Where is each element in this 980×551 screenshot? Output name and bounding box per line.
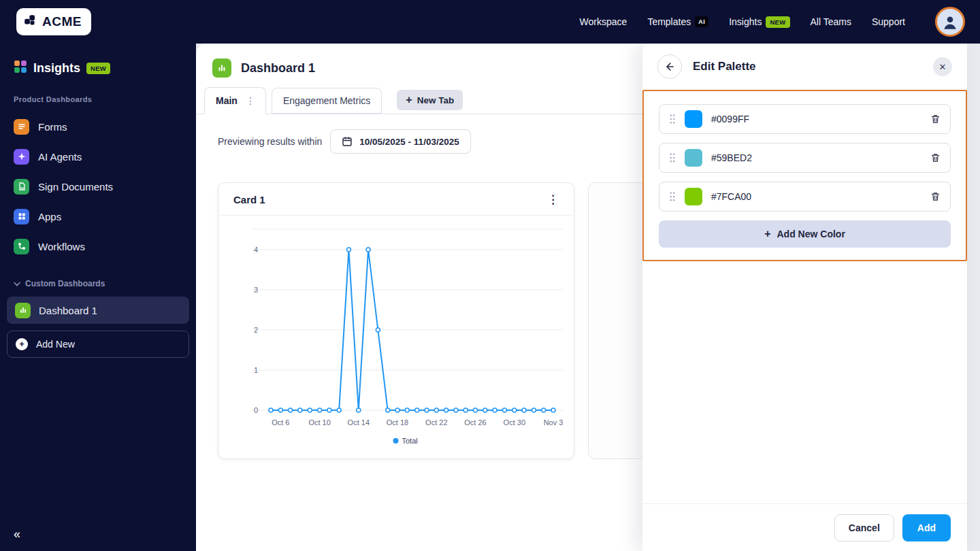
dashboard-icon [15,303,31,318]
chart-area: 01234Oct 6Oct 10Oct 14Oct 18Oct 22Oct 26… [218,216,574,458]
person-icon [941,13,959,31]
sidebar-item-label: Forms [38,121,67,133]
palette-color-row: #59BED2 [659,143,951,173]
svg-text:0: 0 [254,406,258,414]
svg-text:Oct 30: Oct 30 [504,418,525,427]
dashboard-icon [212,59,231,78]
svg-text:2: 2 [254,326,258,334]
new-tab-button[interactable]: + New Tab [397,90,463,110]
trash-icon[interactable] [930,114,941,124]
svg-text:Oct 18: Oct 18 [387,418,408,427]
plus-icon: + [406,94,412,106]
drag-handle-icon[interactable] [669,152,676,163]
trash-icon[interactable] [930,152,941,163]
kebab-menu-icon[interactable]: ⋮ [544,193,561,207]
svg-text:Oct 10: Oct 10 [308,418,330,427]
nav-all-teams[interactable]: All Teams [811,16,851,27]
sidebar-item-label: Dashboard 1 [39,305,97,316]
acme-logo[interactable]: ACME [16,8,91,35]
date-range-value: 10/05/2025 - 11/03/2025 [359,137,459,147]
sidebar-brand: Insights NEW [0,60,196,76]
nav-label: Workspace [580,16,627,27]
svg-text:4: 4 [254,246,258,254]
brand-label: Insights [33,61,80,76]
nav-label: Insights [729,16,762,27]
svg-text:Oct 6: Oct 6 [272,418,289,427]
sidebar-item-workflows[interactable]: Workflows [0,231,196,261]
color-swatch[interactable] [685,188,702,205]
nav-insights[interactable]: Insights NEW [729,16,789,28]
workflows-icon [14,239,29,254]
color-swatch[interactable] [685,110,702,128]
add-new-color-button[interactable]: + Add New Color [659,220,951,248]
nav-label: Templates [647,16,691,27]
sidebar: Insights NEW Product Dashboards Forms AI… [0,44,196,551]
drag-handle-icon[interactable] [669,191,676,202]
insights-brand-icon [14,60,27,76]
sidebar-item-dashboard-1[interactable]: Dashboard 1 [7,297,189,324]
add-button[interactable]: Add [902,514,951,541]
logo-text: ACME [42,14,82,29]
svg-text:Nov 3: Nov 3 [544,418,564,427]
drag-handle-icon[interactable]: ⋮ [246,95,255,106]
close-icon[interactable]: ✕ [933,57,952,76]
drawer-title: Edit Palette [693,60,922,73]
ai-badge: AI [695,16,708,27]
new-badge: NEW [766,16,789,28]
svg-text:Oct 22: Oct 22 [425,418,447,427]
back-button[interactable] [657,54,682,79]
forms-icon [14,119,29,135]
tab-engagement-metrics[interactable]: Engagement Metrics [272,88,382,114]
tab-label: Engagement Metrics [283,95,370,106]
section-custom-dashboards: Custom Dashboards [25,279,105,288]
plus-icon: + [16,338,28,350]
screen: ACME Workspace Templates AI Insights NEW… [0,0,980,551]
calendar-icon [342,136,353,147]
svg-text:Total: Total [402,437,418,445]
svg-text:Oct 14: Oct 14 [348,418,370,427]
sidebar-item-apps[interactable]: Apps [0,201,196,231]
tab-main[interactable]: Main ⋮ [204,87,266,114]
svg-text:1: 1 [254,366,258,374]
custom-dashboards-toggle[interactable]: Custom Dashboards [0,279,196,288]
collapse-sidebar-icon[interactable]: « [14,527,20,541]
color-hex-label: #59BED2 [711,152,921,163]
acme-logo-mark-icon [23,13,38,31]
nav-label: Support [872,16,905,27]
sidebar-item-label: Workflows [38,241,85,252]
sidebar-item-label: Sign Documents [38,181,113,193]
sidebar-item-forms[interactable]: Forms [0,112,196,141]
nav-support[interactable]: Support [872,16,905,27]
color-swatch[interactable] [685,149,702,167]
sidebar-item-ai-agents[interactable]: AI Agents [0,141,196,171]
svg-text:3: 3 [254,286,258,294]
section-product-dashboards: Product Dashboards [0,95,196,103]
svg-text:Oct 26: Oct 26 [464,418,486,427]
color-hex-label: #0099FF [711,114,921,124]
nav-templates[interactable]: Templates AI [647,16,708,27]
sign-documents-icon [14,179,29,195]
sidebar-item-label: AI Agents [38,151,82,163]
preview-label: Previewing results within [218,136,322,147]
new-tab-label: New Tab [417,95,455,105]
cancel-button[interactable]: Cancel [834,514,894,541]
user-avatar[interactable] [935,7,965,37]
color-hex-label: #7FCA00 [711,191,921,202]
card-header: Card 1 ⋮ [218,183,574,216]
card-title: Card 1 [233,194,265,205]
line-chart: 01234Oct 6Oct 10Oct 14Oct 18Oct 22Oct 26… [218,216,574,458]
sidebar-item-sign-documents[interactable]: Sign Documents [0,171,196,201]
date-range-picker[interactable]: 10/05/2025 - 11/03/2025 [330,129,470,154]
nav-workspace[interactable]: Workspace [580,16,627,27]
nav-label: All Teams [811,16,851,27]
trash-icon[interactable] [930,191,941,202]
add-new-dashboard-button[interactable]: + Add New [7,331,189,358]
chevron-down-icon [14,282,20,286]
drag-handle-icon[interactable] [669,114,676,124]
palette-color-row: #7FCA00 [659,182,951,212]
add-new-color-label: Add New Color [777,229,845,239]
edit-palette-drawer: Edit Palette ✕ #0099FF #59BED2 [642,44,967,551]
add-new-label: Add New [36,339,75,350]
drawer-footer: Cancel Add [642,503,967,551]
ai-agents-icon [14,149,29,165]
